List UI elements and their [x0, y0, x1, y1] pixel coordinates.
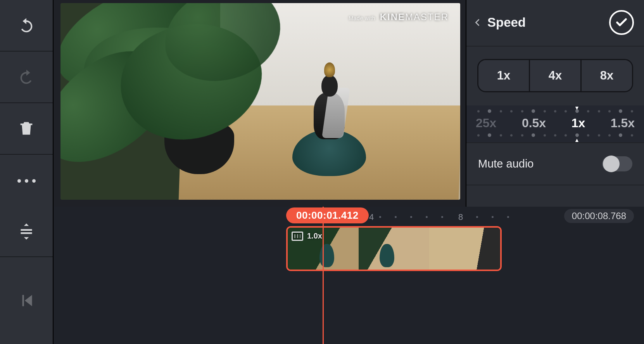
watermark: Made with KINEMASTER [349, 12, 449, 22]
ruler-mark-4: 4 [369, 212, 374, 222]
mute-toggle[interactable] [602, 156, 632, 171]
ruler-mark-8: 8 [458, 212, 463, 222]
undo-icon [17, 17, 35, 35]
playhead[interactable] [323, 207, 324, 344]
dial-label-1: 1x [571, 116, 585, 130]
caret-up-icon: ▲ [574, 137, 580, 143]
back-button[interactable]: Speed [473, 15, 526, 30]
preset-4x[interactable]: 4x [530, 60, 582, 91]
dial-label-0: 0.5x [522, 116, 546, 130]
skip-start-button[interactable] [0, 257, 53, 344]
speed-panel: Speed 1x 4x 8x ▼ 25x 0.5x 1x 1.5x ▲ Mute [466, 0, 644, 207]
undo-button[interactable] [0, 0, 53, 52]
current-time-chip: 00:00:01.412 [286, 207, 369, 223]
watermark-prefix: Made with [349, 15, 375, 21]
video-preview[interactable]: Made with KINEMASTER [54, 0, 466, 207]
clip-speed-label: 1.0x [307, 232, 322, 240]
preview-frame: Made with KINEMASTER [60, 3, 460, 200]
preset-8x[interactable]: 8x [582, 60, 632, 91]
expand-tracks-button[interactable] [0, 207, 53, 257]
confirm-button[interactable] [609, 10, 634, 35]
preset-1x[interactable]: 1x [478, 60, 530, 91]
check-icon [615, 16, 628, 29]
speed-presets: 1x 4x 8x [477, 59, 633, 92]
clip-media-icon [292, 232, 303, 241]
more-icon [17, 179, 36, 183]
timeline-track-area[interactable]: 4 8 00:00:01.412 00:00:08.768 1.0x [54, 207, 644, 344]
left-toolbar [0, 0, 54, 207]
dial-label-dim: 25x [476, 116, 496, 130]
delete-button[interactable] [0, 103, 53, 155]
watermark-brand-bold: KINE [380, 12, 405, 22]
redo-icon [17, 68, 35, 86]
mute-label: Mute audio [478, 157, 534, 170]
total-time-chip: 00:00:08.768 [564, 209, 634, 223]
mute-audio-row: Mute audio [466, 142, 644, 185]
more-button[interactable] [0, 155, 53, 207]
timeline: 4 8 00:00:01.412 00:00:08.768 1.0x [0, 207, 644, 344]
panel-title: Speed [487, 15, 526, 30]
trash-icon [17, 120, 35, 138]
skip-previous-icon [17, 291, 36, 310]
redo-button[interactable] [0, 52, 53, 103]
timeline-left-toolbar [0, 207, 54, 344]
chevron-left-icon [473, 16, 482, 29]
watermark-brand-light: MASTER [405, 12, 449, 22]
caret-down-icon: ▼ [574, 105, 580, 111]
expand-icon [17, 222, 36, 241]
selected-clip[interactable]: 1.0x [286, 226, 502, 271]
dial-label-2: 1.5x [611, 116, 635, 130]
speed-dial[interactable]: ▼ 25x 0.5x 1x 1.5x ▲ [466, 105, 644, 142]
